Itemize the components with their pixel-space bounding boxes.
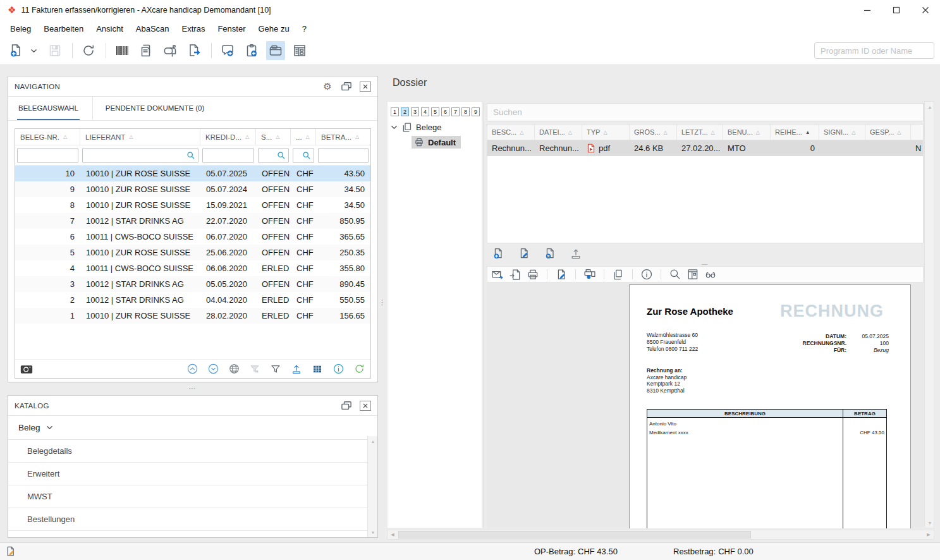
- column-header-reihenfolge[interactable]: REIHE...▲: [771, 125, 819, 140]
- menu-bearbeiten[interactable]: Bearbeiten: [37, 21, 90, 36]
- katalog-item-mwst[interactable]: MWST: [8, 485, 377, 508]
- page-button-5[interactable]: 5: [431, 107, 439, 116]
- scroll-up-arrow-icon[interactable]: ▲: [368, 436, 378, 446]
- table-row[interactable]: 610011 | CWS-BOCO SUISSE06.07.2020OFFENC…: [15, 229, 370, 245]
- detach-window-icon[interactable]: [339, 399, 353, 412]
- table-row[interactable]: 110010 | ZUR ROSE SUISSE28.02.2020ERLEDC…: [15, 308, 370, 324]
- page-button-8[interactable]: 8: [461, 107, 470, 116]
- page-button-3[interactable]: 3: [411, 107, 419, 116]
- dossier-vertical-scrollbar[interactable]: ▲ ▼: [924, 101, 934, 528]
- tab-belegauswahl[interactable]: BELEGAUSWAHL: [17, 97, 80, 120]
- column-header-kredi-datum[interactable]: KREDI-D...△: [200, 129, 256, 145]
- close-button[interactable]: [911, 0, 940, 20]
- katalog-item-belegdetails[interactable]: Belegdetails: [8, 440, 377, 463]
- close-panel-icon[interactable]: [360, 82, 371, 92]
- camera-icon[interactable]: [20, 363, 33, 375]
- detach-window-icon[interactable]: [339, 80, 353, 93]
- save-icon[interactable]: [46, 41, 64, 60]
- new-invoice-icon[interactable]: [6, 41, 25, 60]
- menu-abascan[interactable]: AbaScan: [130, 21, 176, 36]
- horizontal-splitter[interactable]: ⋯: [8, 384, 378, 393]
- copy-pages-icon[interactable]: [612, 268, 625, 281]
- column-header-beschreibung[interactable]: BESC...△: [487, 125, 535, 140]
- column-header-signiert[interactable]: SIGNI...△: [819, 125, 865, 140]
- filter-belegnr-input[interactable]: [17, 148, 78, 163]
- table-icon[interactable]: [311, 363, 324, 375]
- edit-document-icon[interactable]: [555, 268, 568, 281]
- filter-lieferant-input[interactable]: [82, 148, 198, 163]
- open-pdf-icon[interactable]: [509, 268, 522, 281]
- info-icon[interactable]: [640, 268, 653, 281]
- menu-help[interactable]: ?: [296, 21, 313, 36]
- katalog-scrollbar[interactable]: ▲ ▼: [367, 436, 377, 537]
- delete-document-icon[interactable]: [544, 247, 556, 260]
- scroll-down-arrow-icon[interactable]: ▼: [368, 527, 378, 537]
- katalog-item-erweitert[interactable]: Erweitert: [8, 463, 377, 485]
- form-view-icon[interactable]: [687, 268, 699, 281]
- clipboard-add-icon[interactable]: [242, 41, 261, 60]
- katalog-item-bestellungen[interactable]: Bestellungen: [8, 508, 377, 531]
- table-row[interactable]: 1010010 | ZUR ROSE SUISSE05.07.2025OFFEN…: [15, 166, 370, 181]
- scroll-down-arrow-icon[interactable]: ▼: [925, 518, 935, 528]
- tab-pendente-dokumente[interactable]: PENDENTE DOKUMENTE (0): [92, 97, 206, 120]
- menu-extras[interactable]: Extras: [176, 21, 212, 36]
- barcode-icon[interactable]: [113, 41, 131, 60]
- mailbox-icon[interactable]: [161, 41, 180, 60]
- print-settings-icon[interactable]: [583, 268, 596, 281]
- page-button-6[interactable]: 6: [441, 107, 449, 116]
- filter-icon[interactable]: [269, 363, 282, 375]
- export-icon[interactable]: [290, 363, 303, 375]
- table-row[interactable]: 210012 | STAR DRINKS AG04.04.2020ERLEDCH…: [15, 292, 370, 308]
- table-row[interactable]: 710012 | STAR DRINKS AG22.07.2020OFFENCH…: [15, 213, 370, 229]
- dossier-icon[interactable]: [266, 41, 285, 60]
- page-button-4[interactable]: 4: [421, 107, 429, 116]
- scroll-up-arrow-icon[interactable]: ▲: [925, 102, 935, 112]
- column-header-groesse[interactable]: GRÖS...△: [630, 125, 677, 140]
- menu-beleg[interactable]: Beleg: [5, 21, 37, 36]
- dossier-splitter[interactable]: [484, 103, 486, 528]
- menu-gehe-zu[interactable]: Gehe zu: [252, 21, 295, 36]
- new-invoice-dropdown-icon[interactable]: [30, 41, 39, 60]
- filter-kredi-datum-input[interactable]: [202, 148, 254, 163]
- dossier-horizontal-scrollbar[interactable]: ◀ ▶: [387, 530, 934, 540]
- search-icon[interactable]: [277, 151, 286, 160]
- refresh-icon[interactable]: [353, 363, 365, 375]
- send-mail-icon[interactable]: [491, 268, 504, 281]
- column-header-gesperrt[interactable]: GESP...△: [865, 125, 911, 140]
- table-row[interactable]: 510010 | ZUR ROSE SUISSE25.06.2020OFFENC…: [15, 245, 370, 260]
- column-header-overflow[interactable]: [911, 125, 923, 140]
- form-view-icon[interactable]: [290, 41, 309, 60]
- tree-node-default[interactable]: Default: [412, 136, 461, 149]
- column-header-benutzer[interactable]: BENU...△: [723, 125, 771, 140]
- scroll-up-icon[interactable]: [186, 363, 198, 375]
- scroll-left-arrow-icon[interactable]: ◀: [388, 530, 398, 539]
- column-header-waehrung[interactable]: ...△: [291, 129, 316, 145]
- table-row[interactable]: 310012 | STAR DRINKS AG05.05.2020OFFENCH…: [15, 276, 370, 292]
- close-panel-icon[interactable]: [360, 401, 371, 411]
- globe-icon[interactable]: [228, 363, 240, 375]
- scroll-down-icon[interactable]: [207, 363, 219, 375]
- page-button-1[interactable]: 1: [391, 107, 399, 116]
- column-header-dateiname[interactable]: DATEI...△: [535, 125, 582, 140]
- upload-document-icon[interactable]: [570, 247, 582, 260]
- katalog-dropdown[interactable]: Beleg: [8, 416, 377, 440]
- column-header-letzte[interactable]: LETZT...△: [677, 125, 723, 140]
- dossier-search-input[interactable]: [487, 103, 924, 121]
- add-document-icon[interactable]: [492, 247, 504, 260]
- filter-status-input[interactable]: [258, 148, 289, 163]
- export-document-icon[interactable]: [185, 41, 204, 60]
- menu-ansicht[interactable]: Ansicht: [90, 21, 130, 36]
- maximize-button[interactable]: [882, 0, 911, 20]
- scroll-right-arrow-icon[interactable]: ▶: [924, 530, 934, 539]
- filter-betrag-input[interactable]: [318, 148, 369, 163]
- filter-clear-icon[interactable]: [248, 363, 261, 375]
- zoom-icon[interactable]: [669, 268, 681, 281]
- preview-glasses-icon[interactable]: [704, 268, 717, 281]
- menu-fenster[interactable]: Fenster: [211, 21, 252, 36]
- table-row[interactable]: 910010 | ZUR ROSE SUISSE05.07.2024OFFENC…: [15, 181, 370, 197]
- column-header-lieferant[interactable]: LIEFERANT△: [80, 129, 200, 145]
- pdf-preview-viewport[interactable]: Zur Rose Apotheke RECHNUNG Walzmühlestra…: [487, 283, 924, 528]
- settings-gear-icon[interactable]: ⚙: [320, 80, 334, 93]
- dossier-row[interactable]: Rechnun... Rechnun... pdf 24.6 KB 27.02.…: [487, 140, 923, 156]
- search-icon[interactable]: [186, 151, 195, 160]
